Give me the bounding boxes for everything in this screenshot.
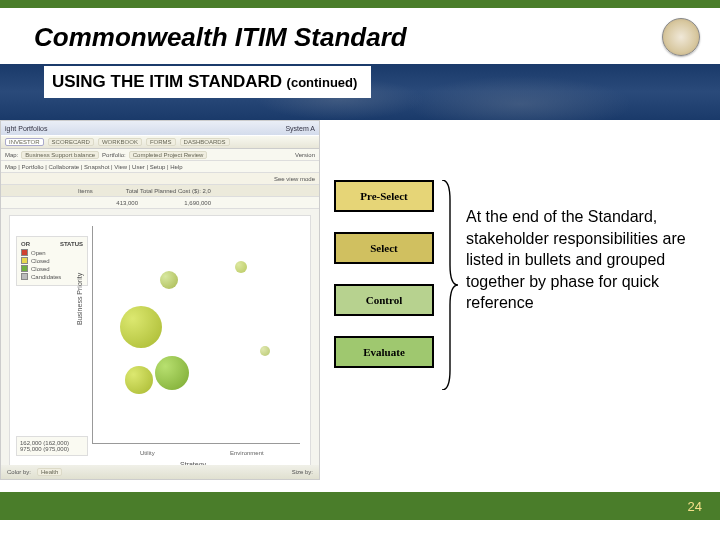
title-area: Commonwealth ITIM Standard (0, 8, 720, 64)
bottom-accent-bar: 24 (0, 492, 720, 520)
val-a: 413,000 (78, 200, 138, 206)
app-tabs: INVESTOR SCORECARD WORKBOOK FORMS DASHBO… (1, 135, 319, 149)
tab-forms: FORMS (146, 138, 176, 146)
bubble-icon (160, 271, 178, 289)
bubble-icon (155, 356, 189, 390)
colorby-value: Health (37, 468, 62, 476)
value-box: 162,000 (162,000) 975,000 (975,000) (16, 436, 88, 456)
app-col-row: Items Total Total Planned Cost ($): 2,0 (1, 185, 319, 197)
bubble-icon (235, 261, 247, 273)
col-items: Items (78, 188, 93, 194)
subtitle-main: USING THE ITIM STANDARD (52, 72, 282, 91)
phase-control: Control (334, 284, 434, 316)
phase-preselect: Pre-Select (334, 180, 434, 212)
bubble-icon (120, 306, 162, 348)
bubble-icon (260, 346, 270, 356)
app-title-left: ight Portfolios (5, 125, 47, 132)
brace-icon (440, 180, 458, 390)
val-b: 1,690,000 (141, 200, 211, 206)
portfolio-label: Portfolio: (102, 152, 126, 158)
phase-select: Select (334, 232, 434, 264)
sizeby-label: Size by: (292, 469, 313, 475)
description-text: At the end of the Standard, stakeholder … (466, 206, 696, 314)
embedded-app-screenshot: ight Portfolios System A INVESTOR SCOREC… (0, 120, 320, 480)
legend-row: Closed (21, 257, 83, 264)
bubble-icon (125, 366, 153, 394)
app-titlebar: ight Portfolios System A (1, 121, 319, 135)
portfolio-dropdown: Completed Project Review (129, 151, 208, 159)
legend-row: Open (21, 249, 83, 256)
phase-stack: Pre-Select Select Control Evaluate (334, 180, 434, 368)
colorby-label: Color by: (7, 469, 31, 475)
x-label-1: Utility (140, 450, 155, 456)
app-footer: Color by: Health Size by: (1, 465, 319, 479)
version-label: Version (295, 152, 315, 158)
app-viewmode-row: See view mode (1, 173, 319, 185)
tab-workbook: WORKBOOK (98, 138, 142, 146)
slide-title: Commonwealth ITIM Standard (34, 22, 407, 53)
tab-scorecard: SCORECARD (48, 138, 94, 146)
app-selector-row: Map: Business Support balance Portfolio:… (1, 149, 319, 161)
legend-row: Closed (21, 265, 83, 272)
top-accent-bar (0, 0, 720, 8)
col-total: Total Total Planned Cost ($): 2,0 (126, 188, 211, 194)
app-data-row: 413,000 1,690,000 (1, 197, 319, 209)
page-number: 24 (688, 499, 702, 514)
subtitle: USING THE ITIM STANDARD (continued) (44, 66, 371, 98)
app-title-right: System A (285, 125, 315, 132)
view-mode: See view mode (274, 176, 315, 182)
app-menu-row: Map | Portfolio | Collaborate | Snapshot… (1, 161, 319, 173)
phase-evaluate: Evaluate (334, 336, 434, 368)
tab-investor: INVESTOR (5, 138, 44, 146)
tab-dashboards: DASHBOARDS (180, 138, 230, 146)
app-menu: Map | Portfolio | Collaborate | Snapshot… (5, 164, 183, 170)
content-area: ight Portfolios System A INVESTOR SCOREC… (0, 120, 720, 520)
map-dropdown: Business Support balance (21, 151, 99, 159)
map-label: Map: (5, 152, 18, 158)
bubble-chart: ORSTATUS Open Closed Closed Candidates 1… (9, 215, 311, 475)
legend-row: Candidates (21, 273, 83, 280)
x-label-2: Environment (230, 450, 264, 456)
virginia-seal-icon (662, 18, 700, 56)
header-band: USING THE ITIM STANDARD (continued) (0, 64, 720, 120)
y-axis-label: Business Priority (76, 273, 83, 325)
subtitle-continued: (continued) (287, 75, 358, 90)
